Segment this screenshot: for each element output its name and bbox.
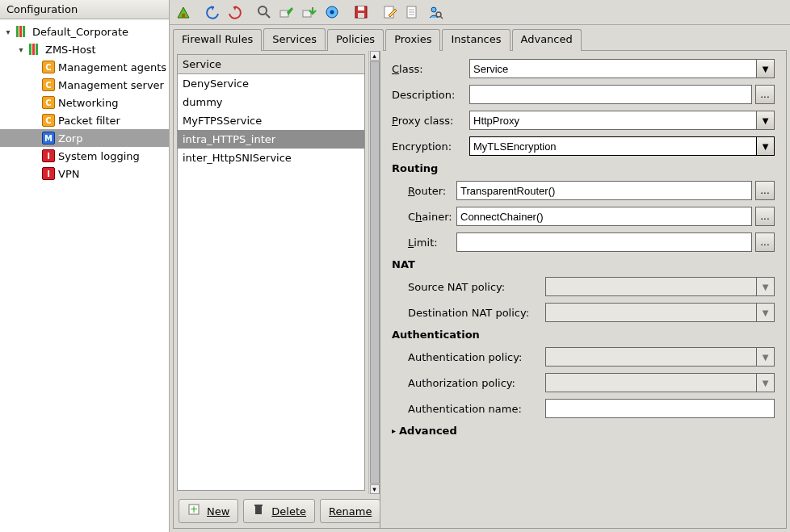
ellipsis-button[interactable]: ... xyxy=(755,181,775,200)
tab-bar: Firewall RulesServicesPoliciesProxiesIns… xyxy=(170,25,790,50)
tab-instances[interactable]: Instances xyxy=(442,29,510,51)
dropdown-icon[interactable]: ▼ xyxy=(757,59,775,78)
tree-item-zorp[interactable]: Zorp xyxy=(0,129,169,147)
dstnat-label: Destination NAT policy: xyxy=(408,307,545,319)
doc-icon[interactable] xyxy=(402,2,423,23)
home-icon[interactable] xyxy=(173,2,194,23)
ellipsis-button[interactable]: ... xyxy=(755,207,775,226)
authnpol-select[interactable] xyxy=(545,347,757,367)
service-item[interactable]: DenyService xyxy=(178,74,364,93)
service-list-header[interactable]: Service xyxy=(178,55,364,74)
srcnat-select[interactable] xyxy=(545,277,757,296)
tab-firewall-rules[interactable]: Firewall Rules xyxy=(173,29,262,51)
settings-icon[interactable] xyxy=(321,2,342,23)
routing-section: Routing xyxy=(392,162,775,174)
limit-input[interactable] xyxy=(456,232,752,252)
tab-policies[interactable]: Policies xyxy=(327,29,384,51)
receive-icon xyxy=(301,4,317,20)
dropdown-icon[interactable]: ▼ xyxy=(757,111,775,130)
edit-icon xyxy=(382,4,398,20)
svg-rect-0 xyxy=(182,14,185,18)
chainer-label: Chainer: xyxy=(408,211,456,223)
new-button[interactable]: + New xyxy=(179,499,238,523)
dropdown-icon[interactable]: ▼ xyxy=(757,303,775,322)
tree-item-vpn[interactable]: VPN xyxy=(0,165,169,182)
tab-content: Service DenyServicedummyMyFTPSServiceint… xyxy=(173,51,787,529)
authname-input[interactable] xyxy=(545,399,775,418)
tree-item-system-logging[interactable]: System logging xyxy=(0,147,169,165)
service-item[interactable]: intra_HTTPS_inter xyxy=(178,130,364,149)
limit-label: Limit: xyxy=(408,237,456,249)
tree-item-packet-filter[interactable]: Packet filter xyxy=(0,111,169,129)
router-input[interactable] xyxy=(456,181,752,200)
delete-button[interactable]: Delete xyxy=(243,499,315,523)
ellipsis-button[interactable]: ... xyxy=(755,85,775,104)
disk-icon xyxy=(353,4,369,20)
tab-services[interactable]: Services xyxy=(263,28,326,50)
tree-body: ▾ Default_Corporate ▾ ZMS-Host Managemen… xyxy=(0,19,169,532)
undo-icon xyxy=(204,4,221,20)
dropdown-icon[interactable]: ▼ xyxy=(757,347,775,367)
expand-icon[interactable]: ▾ xyxy=(3,27,13,36)
svg-rect-20 xyxy=(255,506,262,514)
rename-button[interactable]: Rename xyxy=(320,499,380,523)
trash-icon xyxy=(252,503,268,519)
tree-item-label: Packet filter xyxy=(58,115,120,127)
host-icon xyxy=(29,44,42,55)
auth-section: Authentication xyxy=(392,329,775,341)
redo-icon[interactable] xyxy=(225,2,246,23)
class-label: Class: xyxy=(392,63,469,75)
tree-item-label: Management agents xyxy=(58,61,166,73)
service-item[interactable]: MyFTPSService xyxy=(178,111,364,130)
search-icon[interactable] xyxy=(254,2,275,23)
chainer-input[interactable] xyxy=(456,207,752,226)
module-icon xyxy=(42,96,55,109)
tree-title: Configuration xyxy=(0,0,169,19)
class-select[interactable] xyxy=(469,59,757,78)
advanced-section[interactable]: ▸ Advanced xyxy=(392,425,775,437)
redo-icon xyxy=(227,4,243,20)
module-icon xyxy=(42,114,55,127)
scrollbar[interactable]: ▴ ▾ xyxy=(368,51,380,494)
scroll-down-icon[interactable]: ▾ xyxy=(370,484,380,494)
user-search-icon[interactable] xyxy=(425,2,446,23)
tree-host[interactable]: ▾ ZMS-Host xyxy=(0,40,169,58)
svg-point-15 xyxy=(431,7,436,12)
dropdown-icon[interactable]: ▼ xyxy=(757,277,775,296)
scroll-thumb[interactable] xyxy=(370,61,380,484)
disk-icon[interactable] xyxy=(351,2,372,23)
scroll-up-icon[interactable]: ▴ xyxy=(370,51,380,61)
dropdown-icon[interactable]: ▼ xyxy=(757,136,775,156)
encryption-select[interactable] xyxy=(469,136,757,156)
rename-button-label: Rename xyxy=(329,505,372,517)
receive-icon[interactable] xyxy=(299,2,320,23)
tree-item-label: Networking xyxy=(58,97,118,109)
service-item[interactable]: inter_HttpSNIService xyxy=(178,149,364,167)
tree-item-management-agents[interactable]: Management agents xyxy=(0,58,169,76)
expand-icon[interactable]: ▾ xyxy=(16,45,26,54)
svg-rect-8 xyxy=(358,6,364,10)
service-item[interactable]: dummy xyxy=(178,93,364,111)
router-label: Router: xyxy=(408,185,456,197)
tab-proxies[interactable]: Proxies xyxy=(385,29,440,51)
search-icon xyxy=(256,4,272,20)
undo-icon[interactable] xyxy=(202,2,223,23)
svg-line-17 xyxy=(440,16,443,19)
module-icon xyxy=(42,167,55,180)
tab-advanced[interactable]: Advanced xyxy=(512,29,582,51)
proxy-select[interactable] xyxy=(469,111,757,130)
description-input[interactable] xyxy=(469,85,752,104)
dstnat-select[interactable] xyxy=(545,303,757,322)
authzpol-label: Authorization policy: xyxy=(408,377,545,389)
edit-icon[interactable] xyxy=(380,2,401,23)
tree-item-management-server[interactable]: Management server xyxy=(0,76,169,94)
tree-root[interactable]: ▾ Default_Corporate xyxy=(0,23,169,40)
add-icon: + xyxy=(187,503,204,519)
dropdown-icon[interactable]: ▼ xyxy=(757,373,775,392)
svg-point-1 xyxy=(258,6,267,15)
authzpol-select[interactable] xyxy=(545,373,757,392)
ellipsis-button[interactable]: ... xyxy=(755,232,775,252)
tree-item-networking[interactable]: Networking xyxy=(0,94,169,111)
module-icon xyxy=(42,132,55,145)
apply-icon[interactable] xyxy=(276,2,297,23)
